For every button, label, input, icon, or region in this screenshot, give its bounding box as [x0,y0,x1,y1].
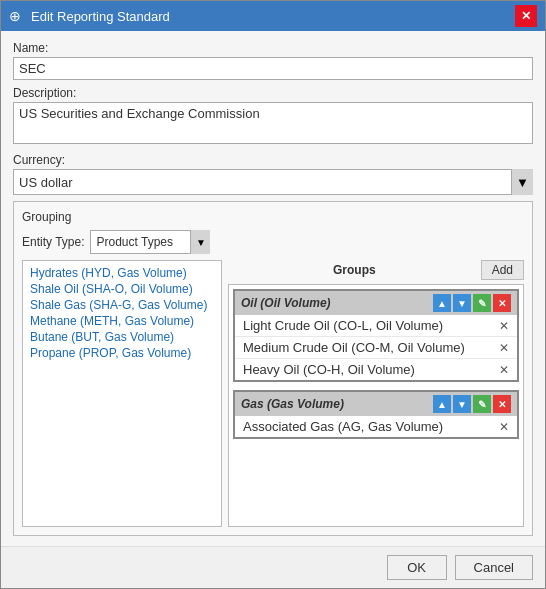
group-edit-button[interactable]: ✎ [473,294,491,312]
entity-type-select-wrapper: Product Types Asset Types ▼ [90,230,210,254]
group-item-remove-button[interactable]: ✕ [499,420,509,434]
group-delete-button[interactable]: ✕ [493,395,511,413]
description-field-group: Description: [13,86,533,147]
list-item[interactable]: Hydrates (HYD, Gas Volume) [27,265,217,281]
group-move-up-button[interactable]: ▲ [433,294,451,312]
name-label: Name: [13,41,533,55]
group-item-label: Heavy Oil (CO-H, Oil Volume) [243,362,415,377]
list-item[interactable]: Shale Gas (SHA-G, Gas Volume) [27,297,217,313]
name-field-group: Name: [13,41,533,80]
title-bar-left: ⊕ Edit Reporting Standard [9,8,170,24]
edit-reporting-standard-dialog: ⊕ Edit Reporting Standard ✕ Name: Descri… [0,0,546,589]
grouping-title: Grouping [22,210,524,224]
group-name: Oil (Oil Volume) [241,296,331,310]
two-column-layout: Hydrates (HYD, Gas Volume)Shale Oil (SHA… [22,260,524,527]
group-item-label: Associated Gas (AG, Gas Volume) [243,419,443,434]
grouping-section: Grouping Entity Type: Product Types Asse… [13,201,533,536]
group-header: Oil (Oil Volume)▲▼✎✕ [235,291,517,315]
description-label: Description: [13,86,533,100]
description-input[interactable] [13,102,533,144]
group-item-row: Associated Gas (AG, Gas Volume)✕ [235,416,517,437]
group-move-down-button[interactable]: ▼ [453,294,471,312]
groups-panel: Groups Add Oil (Oil Volume)▲▼✎✕Light Cru… [228,260,524,527]
title-bar: ⊕ Edit Reporting Standard ✕ [1,1,545,31]
group-actions: ▲▼✎✕ [433,294,511,312]
group-actions: ▲▼✎✕ [433,395,511,413]
list-item[interactable]: Propane (PROP, Gas Volume) [27,345,217,361]
group-item-row: Light Crude Oil (CO-L, Oil Volume)✕ [235,315,517,337]
list-item[interactable]: Methane (METH, Gas Volume) [27,313,217,329]
dialog-footer: OK Cancel [1,546,545,588]
group-move-up-button[interactable]: ▲ [433,395,451,413]
group-item-remove-button[interactable]: ✕ [499,341,509,355]
group-item-label: Medium Crude Oil (CO-M, Oil Volume) [243,340,465,355]
entity-type-row: Entity Type: Product Types Asset Types ▼ [22,230,524,254]
group-move-down-button[interactable]: ▼ [453,395,471,413]
currency-select-wrapper: US dollar ▼ [13,169,533,195]
entity-type-select[interactable]: Product Types Asset Types [90,230,210,254]
group-item-remove-button[interactable]: ✕ [499,363,509,377]
close-button[interactable]: ✕ [515,5,537,27]
currency-label: Currency: [13,153,533,167]
group-item-remove-button[interactable]: ✕ [499,319,509,333]
dialog-title: Edit Reporting Standard [31,9,170,24]
group-block: Oil (Oil Volume)▲▼✎✕Light Crude Oil (CO-… [233,289,519,382]
group-edit-button[interactable]: ✎ [473,395,491,413]
entity-type-label: Entity Type: [22,235,84,249]
groups-scroll: Oil (Oil Volume)▲▼✎✕Light Crude Oil (CO-… [228,284,524,527]
add-group-button[interactable]: Add [481,260,524,280]
group-item-row: Medium Crude Oil (CO-M, Oil Volume)✕ [235,337,517,359]
dialog-body: Name: Description: Currency: US dollar ▼… [1,31,545,546]
groups-label: Groups [228,263,481,277]
ok-button[interactable]: OK [387,555,447,580]
group-item-row: Heavy Oil (CO-H, Oil Volume)✕ [235,359,517,380]
group-item-label: Light Crude Oil (CO-L, Oil Volume) [243,318,443,333]
currency-field-group: Currency: US dollar ▼ [13,153,533,195]
list-item[interactable]: Butane (BUT, Gas Volume) [27,329,217,345]
cancel-button[interactable]: Cancel [455,555,533,580]
group-name: Gas (Gas Volume) [241,397,344,411]
available-items-list[interactable]: Hydrates (HYD, Gas Volume)Shale Oil (SHA… [22,260,222,527]
currency-select[interactable]: US dollar [13,169,533,195]
group-delete-button[interactable]: ✕ [493,294,511,312]
group-header: Gas (Gas Volume)▲▼✎✕ [235,392,517,416]
list-item[interactable]: Shale Oil (SHA-O, Oil Volume) [27,281,217,297]
groups-header: Groups Add [228,260,524,280]
dialog-icon: ⊕ [9,8,25,24]
name-input[interactable] [13,57,533,80]
group-block: Gas (Gas Volume)▲▼✎✕Associated Gas (AG, … [233,390,519,439]
